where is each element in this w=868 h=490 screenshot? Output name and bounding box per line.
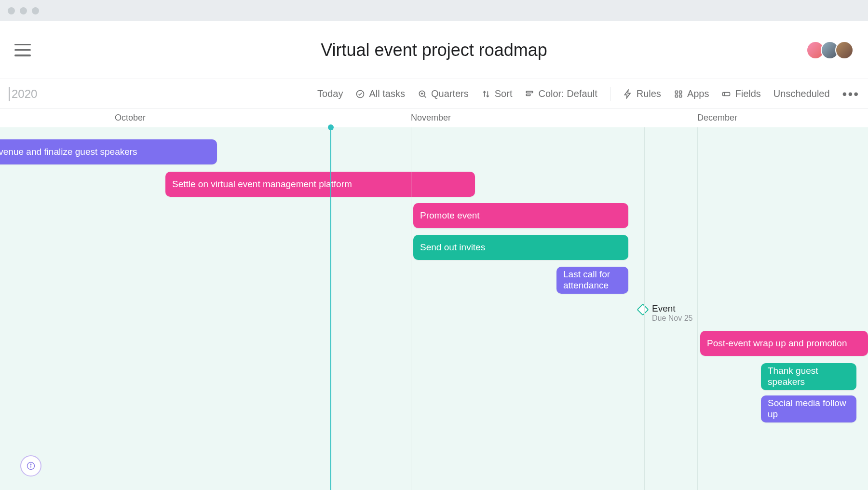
color-icon — [525, 89, 534, 99]
month-label: November — [411, 113, 451, 123]
collaborator-avatars[interactable] — [810, 41, 854, 59]
more-options-button[interactable]: ••• — [842, 87, 859, 101]
info-button[interactable] — [20, 455, 41, 476]
zoom-button[interactable]: Quarters — [418, 88, 469, 99]
apps-button[interactable]: Apps — [674, 88, 709, 99]
window-zoom-dot[interactable] — [32, 7, 39, 14]
timeline: October November December Plan venue and… — [0, 109, 868, 490]
fields-icon — [721, 89, 731, 99]
today-indicator — [330, 127, 331, 490]
milestone[interactable]: Event Due Nov 25 — [638, 303, 693, 323]
gridline — [697, 127, 698, 490]
today-label: Today — [317, 88, 343, 99]
gridline — [644, 127, 645, 490]
page-title: Virtual event project roadmap — [321, 40, 547, 60]
task-bar[interactable]: Social media follow up — [761, 395, 856, 422]
color-label: Color: Default — [538, 88, 597, 99]
task-bar[interactable]: Last call for attendance — [556, 267, 628, 294]
milestone-due: Due Nov 25 — [652, 314, 693, 323]
apps-icon — [674, 89, 683, 99]
task-label: Send out invites — [420, 242, 485, 253]
svg-rect-2 — [527, 91, 533, 93]
rules-button[interactable]: Rules — [623, 88, 661, 99]
month-label: October — [115, 113, 146, 123]
gridline — [411, 127, 411, 490]
milestone-title: Event — [652, 303, 693, 314]
task-bar[interactable]: Send out invites — [413, 235, 628, 260]
svg-rect-6 — [675, 95, 678, 97]
rules-label: Rules — [637, 88, 661, 99]
filter-label: All tasks — [369, 88, 405, 99]
unscheduled-button[interactable]: Unscheduled — [773, 88, 830, 99]
task-bar[interactable]: Post-event wrap up and promotion — [700, 331, 868, 356]
svg-rect-7 — [679, 95, 682, 97]
info-icon — [27, 462, 35, 470]
sort-label: Sort — [495, 88, 513, 99]
task-bar[interactable]: Thank guest speakers — [761, 363, 856, 390]
month-header: October November December — [0, 109, 868, 127]
window-minimize-dot[interactable] — [20, 7, 27, 14]
sort-icon — [481, 89, 491, 99]
apps-label: Apps — [687, 88, 709, 99]
zoom-label: Quarters — [431, 88, 469, 99]
task-label: Social media follow up — [768, 398, 850, 420]
task-bar[interactable]: Settle on virtual event management platf… — [165, 172, 475, 197]
task-label: Post-event wrap up and promotion — [707, 338, 847, 349]
check-circle-icon — [355, 89, 365, 99]
task-label: Plan venue and finalize guest speakers — [0, 147, 137, 157]
task-label: Last call for attendance — [563, 269, 622, 291]
task-label: Settle on virtual event management platf… — [172, 179, 352, 190]
avatar[interactable] — [835, 41, 854, 59]
task-label: Thank guest speakers — [768, 366, 850, 388]
milestone-diamond-icon — [637, 303, 649, 315]
lightning-icon — [623, 89, 633, 99]
sort-button[interactable]: Sort — [481, 88, 513, 99]
window-close-dot[interactable] — [8, 7, 15, 14]
svg-rect-5 — [679, 91, 682, 93]
fields-button[interactable]: Fields — [721, 88, 760, 99]
timeline-toolbar: 2020 Today All tasks Quarters Sort Color… — [0, 79, 868, 109]
fields-label: Fields — [735, 88, 760, 99]
menu-toggle-icon[interactable] — [14, 44, 31, 56]
toolbar-divider — [610, 87, 610, 101]
task-bar[interactable]: Promote event — [413, 203, 628, 228]
task-bar[interactable]: Plan venue and finalize guest speakers — [0, 139, 217, 164]
today-button[interactable]: Today — [317, 88, 343, 99]
svg-rect-8 — [723, 92, 730, 95]
app-header: Virtual event project roadmap — [0, 21, 868, 79]
month-label: December — [697, 113, 737, 123]
window-titlebar — [0, 0, 868, 21]
gridline — [115, 127, 115, 490]
zoom-icon — [418, 89, 427, 99]
svg-rect-3 — [527, 94, 530, 95]
year-label: 2020 — [9, 87, 37, 101]
color-button[interactable]: Color: Default — [525, 88, 597, 99]
filter-button[interactable]: All tasks — [355, 88, 405, 99]
svg-point-11 — [30, 464, 31, 465]
timeline-body[interactable]: Plan venue and finalize guest speakers S… — [0, 127, 868, 490]
task-label: Promote event — [420, 210, 480, 221]
svg-rect-4 — [675, 91, 678, 93]
unscheduled-label: Unscheduled — [773, 88, 830, 99]
